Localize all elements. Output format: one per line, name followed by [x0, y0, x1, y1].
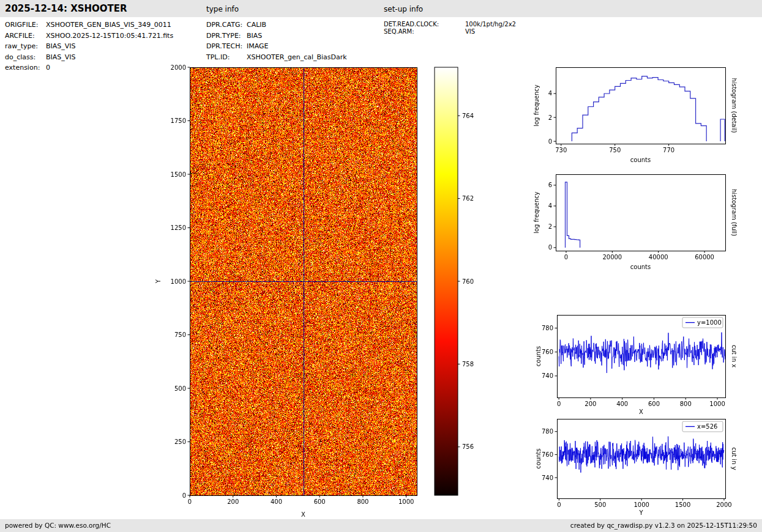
dpr-catg-value: CALIB [247, 20, 266, 31]
x-tick-label: 200 [585, 401, 596, 407]
y-tick-label: 0 [548, 138, 552, 145]
seq-arm-value: VIS [465, 28, 475, 35]
y-tick-label: 760 [542, 349, 553, 355]
x-tick-label: 1000 [709, 401, 725, 407]
cut_in_y-legend-label: x=526 [697, 423, 717, 430]
histogram_detail-xlabel: counts [630, 157, 651, 163]
x-tick-label: 0 [564, 254, 568, 260]
cut_in_y-ylabel: counts [535, 448, 542, 468]
cut_in_y-plot: 0500100015002000740760780Ycountscut in y… [535, 419, 738, 516]
y-tick-label: 740 [542, 372, 553, 379]
x-tick-label: 600 [648, 401, 660, 407]
y-tick-label: 1500 [171, 171, 186, 178]
read-clock-label: DET.READ.CLOCK: [384, 21, 465, 28]
do-class-value: BIAS_VIS [46, 52, 76, 63]
histogram_detail-right-label: histogram (detail) [731, 78, 738, 133]
histogram_full-ylabel: log frequency [533, 191, 540, 234]
cut_in_x-xlabel: X [639, 408, 643, 415]
x-tick-label: 750 [609, 147, 621, 153]
x-tick-label: 730 [555, 147, 567, 153]
histogram_full-plot: 02000040000600000246countslog frequencyh… [533, 174, 738, 270]
meta-row-origfile: ORIGFILE: XSHOOTER_GEN_BIAS_VIS_349_0011 [5, 20, 173, 31]
x-tick-label: 800 [680, 401, 692, 407]
do-class-label: do_class: [5, 52, 46, 63]
y-tick-label: 2 [548, 223, 552, 230]
cut_in_x-legend [682, 317, 723, 328]
meta-row-raw-type: raw_type: BIAS_VIS [5, 41, 173, 52]
histogram_full-series [566, 182, 580, 248]
meta-row-extension: extension: 0 [5, 62, 173, 73]
setup-info-heading: set-up info [384, 5, 423, 13]
y-tick-label: 780 [542, 325, 553, 331]
dpr-type-label: DPR.TYPE: [206, 31, 247, 42]
extension-value: 0 [46, 62, 50, 73]
x-tick-label: 60000 [695, 254, 714, 260]
arcfile-value: XSHOO.2025-12-15T10:05:41.721.fits [46, 31, 173, 42]
colorbar-tick-label: 758 [462, 361, 474, 368]
y-tick-label: 6 [548, 182, 552, 188]
colorbar-tick-label: 762 [462, 195, 474, 202]
x-tick-label: 0 [557, 501, 561, 508]
footer-bar: powered by QC: www.eso.org/HC created by… [0, 519, 762, 532]
header-bar: 2025-12-14: XSHOOTER type info set-up in… [0, 0, 762, 17]
y-tick-label: 760 [542, 451, 553, 458]
y-tick-label: 1000 [171, 278, 186, 285]
bias_image-xlabel: X [301, 511, 305, 518]
arcfile-label: ARCFILE: [5, 31, 46, 42]
y-tick-label: 2 [548, 114, 552, 121]
footer-powered-by: powered by QC: www.eso.org/HC [5, 519, 111, 532]
y-tick-label: 4 [548, 90, 552, 97]
colorbar: 756758760762764 [435, 67, 474, 495]
footer-created-by: created by qc_rawdisp.py v1.2.3 on 2025-… [570, 519, 757, 532]
x-tick-label: 1000 [398, 498, 414, 505]
extension-label: extension: [5, 62, 46, 73]
x-tick-label: 20000 [602, 254, 622, 260]
y-tick-label: 1250 [171, 224, 186, 231]
cut_in_x-plot: 02004006008001000740760780Xcountscut in … [535, 315, 738, 415]
x-tick-label: 40000 [649, 254, 668, 260]
colorbar-tick-label: 760 [462, 278, 474, 285]
raw-type-label: raw_type: [5, 41, 46, 52]
meta-row-dpr-catg: DPR.CATG: CALIB [206, 20, 347, 31]
cut_in_y-series [559, 437, 724, 473]
y-tick-label: 0 [548, 244, 552, 251]
bias-image-canvas [190, 67, 417, 495]
y-tick-label: 500 [174, 385, 186, 392]
meta-row-dpr-type: DPR.TYPE: BIAS [206, 31, 347, 42]
file-info-block: ORIGFILE: XSHOOTER_GEN_BIAS_VIS_349_0011… [5, 20, 173, 73]
meta-row-seq-arm: SEQ.ARM: VIS [384, 28, 516, 35]
x-tick-label: 0 [557, 401, 561, 407]
cut_in_y-xlabel: Y [638, 509, 643, 516]
seq-arm-label: SEQ.ARM: [384, 28, 465, 35]
dpr-type-value: BIAS [247, 31, 262, 42]
meta-row-arcfile: ARCFILE: XSHOO.2025-12-15T10:05:41.721.f… [5, 31, 173, 42]
dpr-tech-value: IMAGE [247, 41, 269, 52]
setup-info-block: DET.READ.CLOCK: 100k/1pt/hg/2x2 SEQ.ARM:… [384, 21, 516, 35]
x-tick-label: 600 [314, 498, 326, 505]
y-tick-label: 0 [182, 492, 186, 499]
dpr-catg-label: DPR.CATG: [206, 20, 247, 31]
x-tick-label: 200 [227, 498, 239, 505]
y-tick-label: 750 [174, 331, 186, 338]
histogram_detail-series [572, 76, 706, 142]
x-tick-label: 770 [663, 147, 674, 153]
meta-row-dpr-tech: DPR.TECH: IMAGE [206, 41, 347, 52]
y-tick-label: 250 [174, 438, 186, 445]
colorbar-tick-label: 764 [462, 113, 474, 119]
cut_in_x-series [559, 333, 725, 373]
cut_in_y-right-label: cut in y [731, 447, 738, 470]
type-info-heading: type info [206, 5, 239, 13]
y-tick-label: 740 [542, 475, 553, 481]
x-tick-label: 1000 [633, 501, 649, 508]
meta-row-read-clock: DET.READ.CLOCK: 100k/1pt/hg/2x2 [384, 21, 516, 28]
x-tick-label: 0 [188, 498, 192, 505]
histogram_detail-edge-bar [720, 119, 725, 141]
y-tick-label: 4 [548, 202, 552, 209]
raw-type-value: BIAS_VIS [46, 41, 76, 52]
histogram_detail-plot: 730750770024countslog frequencyhistogram… [533, 67, 738, 163]
x-tick-label: 500 [594, 501, 606, 508]
x-tick-label: 800 [357, 498, 368, 505]
cut_in_x-legend-label: y=1000 [697, 319, 722, 326]
origfile-value: XSHOOTER_GEN_BIAS_VIS_349_0011 [46, 20, 171, 31]
x-tick-label: 1500 [675, 501, 690, 508]
